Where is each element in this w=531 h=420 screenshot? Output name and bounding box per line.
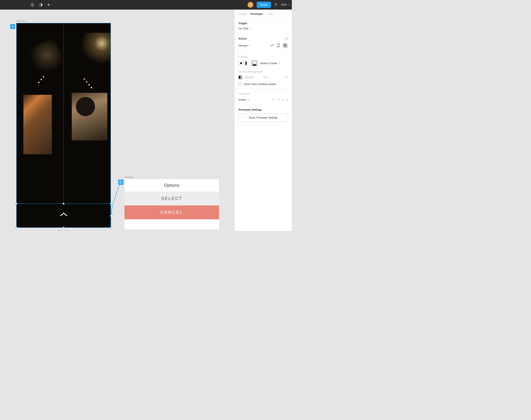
svg-line-11 (285, 77, 285, 77)
action-dropdown[interactable]: Overlay (238, 44, 251, 47)
svg-rect-3 (32, 5, 33, 7)
proto-settings-heading: Prototype Settings (238, 108, 288, 111)
svg-rect-2 (33, 4, 34, 5)
section-position: Position Bottom Center Overlay Backgroun… (235, 52, 292, 89)
overlay-select-button[interactable]: SELECT (124, 192, 219, 205)
action-heading: Action (238, 37, 247, 40)
direction-up-icon[interactable]: ↑ (287, 98, 288, 101)
svg-line-13 (286, 77, 287, 78)
position-dropdown[interactable]: Bottom Center (261, 62, 280, 65)
components-icon[interactable] (30, 3, 34, 7)
trigger-value: On Click (238, 27, 249, 30)
tab-code[interactable]: Code (267, 13, 273, 15)
alignment-guide-vertical (63, 23, 64, 204)
frame-flow-start-icon[interactable] (10, 24, 15, 29)
svg-rect-9 (284, 44, 286, 46)
transition-value: Instant (238, 98, 246, 101)
share-button[interactable]: Share (257, 2, 271, 8)
frame-label-overlay[interactable]: Overlay (124, 176, 133, 179)
overlay-icon[interactable] (282, 43, 288, 48)
selection-handle[interactable] (110, 203, 112, 205)
present-icon[interactable] (274, 3, 278, 7)
top-toolbar: V Share 95% (0, 0, 292, 10)
zoom-dropdown[interactable]: 95% (281, 3, 289, 6)
svg-rect-0 (32, 3, 33, 4)
position-bottom[interactable] (252, 60, 257, 66)
overlay-title: Options (124, 179, 219, 192)
overlay-bg-swatch[interactable] (238, 75, 242, 79)
frame-label-iphone[interactable]: iPhone X (16, 20, 27, 23)
svg-rect-1 (30, 4, 32, 5)
selection-handle[interactable] (63, 203, 64, 205)
user-avatar[interactable]: V (248, 2, 253, 8)
close-outside-label: Close when clicking outside (244, 83, 276, 86)
svg-rect-8 (120, 182, 123, 184)
position-value: Bottom Center (261, 62, 278, 65)
overlay-blank-area (124, 219, 219, 229)
svg-rect-10 (284, 45, 287, 47)
overlay-bg-opacity[interactable]: 25% (263, 76, 268, 79)
action-value: Overlay (238, 44, 248, 47)
section-trigger: Trigger On Click (235, 18, 292, 33)
boolean-icon[interactable] (47, 3, 52, 7)
selection-handle[interactable] (110, 227, 112, 228)
transition-heading: Transition (238, 92, 288, 95)
help-icon[interactable]: ? (285, 37, 288, 40)
canvas[interactable]: iPhone X (0, 10, 234, 231)
transition-dropdown[interactable]: Instant (238, 98, 250, 101)
mask-icon[interactable] (39, 3, 43, 7)
selection-handle[interactable] (15, 227, 17, 228)
overlay-bg-heading: Overlay Background (238, 70, 288, 73)
selection-dimensions: 375 × 100 (16, 230, 111, 231)
direction-down-icon[interactable]: ↓ (282, 98, 284, 101)
svg-line-12 (286, 77, 286, 78)
section-transition: Transition Instant ← → ↓ ↑ (235, 89, 292, 105)
tab-design[interactable]: Design (238, 13, 247, 15)
selection-rectangle[interactable] (16, 204, 111, 228)
connection-node[interactable] (110, 215, 113, 217)
visibility-toggle-icon[interactable] (284, 76, 288, 79)
overlay-cancel-button[interactable]: CANCEL (124, 205, 219, 219)
prototype-connection[interactable] (110, 180, 124, 216)
close-outside-checkbox[interactable] (238, 83, 241, 86)
selection-handle[interactable] (63, 227, 64, 228)
selection-handle[interactable] (15, 203, 17, 205)
zoom-value: 95% (281, 3, 287, 6)
navigate-icon[interactable] (269, 43, 275, 48)
position-heading: Position (238, 55, 288, 58)
section-action: Action ? Overlay (235, 33, 292, 52)
panel-tabs: Design Prototype Code (235, 10, 292, 18)
trigger-heading: Trigger (238, 22, 288, 25)
properties-panel: Design Prototype Code Trigger On Click A… (234, 10, 292, 231)
svg-line-14 (287, 77, 288, 77)
overlay-action-icon[interactable] (118, 180, 124, 185)
direction-right-icon[interactable]: → (277, 98, 280, 101)
direction-left-icon[interactable]: ← (271, 98, 275, 101)
show-prototype-settings-button[interactable]: Show Prototype Settings (238, 114, 288, 122)
tab-prototype[interactable]: Prototype (251, 13, 263, 15)
position-left[interactable] (245, 60, 251, 66)
frame-overlay[interactable]: Options SELECT CANCEL (124, 179, 219, 229)
position-center[interactable] (238, 60, 244, 66)
svg-rect-6 (48, 5, 50, 6)
swap-icon[interactable] (276, 43, 281, 48)
overlay-bg-hex[interactable]: 000000 (245, 76, 253, 79)
trigger-dropdown[interactable]: On Click (238, 27, 288, 30)
section-proto-settings: Prototype Settings Show Prototype Settin… (235, 105, 292, 125)
